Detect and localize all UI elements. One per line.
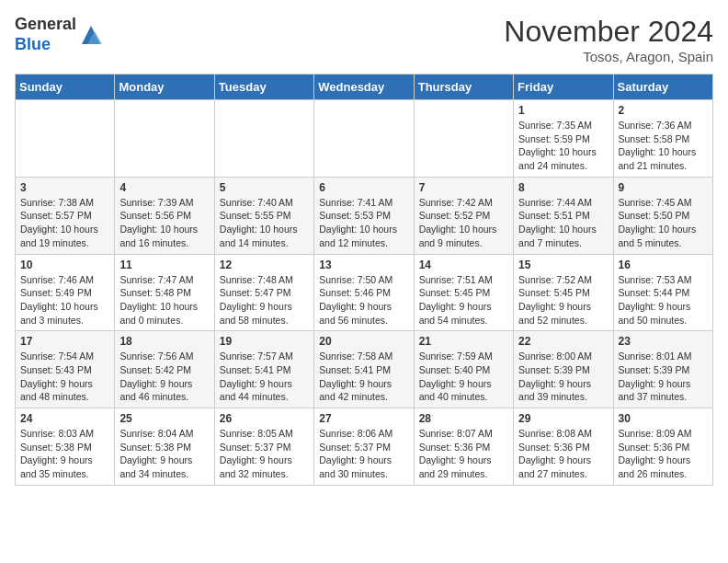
day-info: Sunset: 5:53 PM: [319, 209, 408, 223]
day-info: Daylight: 10 hours: [518, 223, 608, 236]
day-number: 21: [419, 335, 508, 348]
logo: General Blue: [15, 15, 104, 54]
week-row-4: 17Sunrise: 7:54 AMSunset: 5:43 PMDayligh…: [16, 331, 713, 408]
day-info: Sunrise: 7:40 AM: [220, 196, 309, 210]
day-info: Sunset: 5:49 PM: [20, 286, 109, 300]
day-info: Sunrise: 7:47 AM: [119, 273, 209, 287]
day-number: 10: [20, 259, 109, 271]
day-number: 5: [220, 181, 309, 194]
day-info: Daylight: 10 hours: [220, 223, 309, 236]
day-info: Daylight: 10 hours: [619, 223, 708, 236]
day-info: Daylight: 9 hours: [119, 377, 209, 391]
day-number: 23: [619, 335, 708, 348]
day-info: Daylight: 9 hours: [20, 454, 109, 467]
header-day-tuesday: Tuesday: [214, 75, 313, 100]
day-number: 18: [119, 335, 209, 348]
day-info: and 14 minutes.: [220, 236, 309, 250]
day-info: Daylight: 9 hours: [419, 377, 508, 391]
day-info: Sunrise: 7:39 AM: [119, 196, 209, 210]
day-info: Sunset: 5:55 PM: [220, 209, 309, 223]
day-info: Daylight: 9 hours: [619, 454, 708, 467]
calendar-cell: 13Sunrise: 7:50 AMSunset: 5:46 PMDayligh…: [314, 254, 414, 331]
day-number: 19: [220, 335, 309, 348]
day-info: Sunset: 5:42 PM: [119, 363, 209, 377]
header-day-thursday: Thursday: [414, 75, 513, 100]
calendar-cell: 28Sunrise: 8:07 AMSunset: 5:36 PMDayligh…: [414, 408, 513, 486]
day-info: Sunrise: 8:05 AM: [220, 427, 309, 441]
day-info: Sunset: 5:36 PM: [619, 441, 708, 454]
day-info: Sunrise: 8:04 AM: [119, 427, 209, 441]
day-info: and 12 minutes.: [319, 236, 408, 250]
calendar-cell: [314, 100, 414, 178]
day-number: 6: [319, 181, 408, 194]
day-info: Sunset: 5:56 PM: [119, 209, 209, 223]
logo-general: General: [15, 15, 76, 33]
day-info: Sunrise: 8:07 AM: [419, 427, 508, 441]
day-number: 8: [518, 181, 608, 194]
header-day-wednesday: Wednesday: [314, 75, 414, 100]
calendar-cell: [16, 100, 115, 178]
day-info: Sunset: 5:37 PM: [319, 441, 408, 454]
day-number: 14: [419, 259, 508, 271]
day-info: Sunrise: 7:48 AM: [220, 273, 309, 287]
calendar-cell: 27Sunrise: 8:06 AMSunset: 5:37 PMDayligh…: [314, 408, 414, 486]
day-info: Daylight: 10 hours: [119, 300, 209, 314]
day-number: 29: [518, 412, 608, 425]
calendar-cell: 16Sunrise: 7:53 AMSunset: 5:44 PMDayligh…: [613, 254, 712, 331]
day-info: and 35 minutes.: [20, 467, 109, 481]
day-info: Sunset: 5:43 PM: [20, 363, 109, 377]
day-info: Sunset: 5:47 PM: [220, 286, 309, 300]
day-info: Sunset: 5:59 PM: [518, 132, 608, 146]
day-info: Sunset: 5:38 PM: [20, 441, 109, 454]
header-day-monday: Monday: [115, 75, 214, 100]
day-number: 16: [619, 259, 708, 271]
day-info: and 34 minutes.: [119, 467, 209, 481]
calendar-cell: 14Sunrise: 7:51 AMSunset: 5:45 PMDayligh…: [414, 254, 513, 331]
day-info: Sunset: 5:41 PM: [220, 363, 309, 377]
day-info: Daylight: 9 hours: [518, 300, 608, 314]
day-info: Daylight: 10 hours: [20, 300, 109, 314]
day-info: Sunset: 5:36 PM: [518, 441, 608, 454]
day-number: 11: [119, 259, 209, 271]
day-number: 20: [319, 335, 408, 348]
day-number: 15: [518, 259, 608, 271]
day-info: and 44 minutes.: [220, 390, 309, 404]
logo-icon: [78, 22, 104, 48]
week-row-2: 3Sunrise: 7:38 AMSunset: 5:57 PMDaylight…: [16, 177, 713, 254]
header-day-friday: Friday: [514, 75, 613, 100]
day-info: Daylight: 9 hours: [119, 454, 209, 467]
day-info: Sunrise: 8:06 AM: [319, 427, 408, 441]
day-info: and 30 minutes.: [319, 467, 408, 481]
day-number: 27: [319, 412, 408, 425]
day-number: 30: [619, 412, 708, 425]
day-info: Sunrise: 7:57 AM: [220, 350, 309, 363]
day-number: 4: [119, 181, 209, 194]
day-info: and 32 minutes.: [220, 467, 309, 481]
day-number: 26: [220, 412, 309, 425]
day-info: and 56 minutes.: [319, 314, 408, 327]
day-info: and 7 minutes.: [518, 236, 608, 250]
day-info: and 54 minutes.: [419, 314, 508, 327]
calendar-cell: 17Sunrise: 7:54 AMSunset: 5:43 PMDayligh…: [16, 331, 115, 408]
day-number: 17: [20, 335, 109, 348]
logo-blue: Blue: [15, 35, 51, 53]
day-number: 2: [619, 104, 708, 117]
day-info: Sunset: 5:38 PM: [119, 441, 209, 454]
week-row-1: 1Sunrise: 7:35 AMSunset: 5:59 PMDaylight…: [16, 100, 713, 178]
day-info: Sunset: 5:46 PM: [319, 286, 408, 300]
day-info: and 21 minutes.: [619, 159, 708, 173]
calendar-cell: 7Sunrise: 7:42 AMSunset: 5:52 PMDaylight…: [414, 177, 513, 254]
calendar-cell: 23Sunrise: 8:01 AMSunset: 5:39 PMDayligh…: [613, 331, 712, 408]
day-info: Sunrise: 7:42 AM: [419, 196, 508, 210]
day-info: Sunrise: 7:36 AM: [619, 119, 708, 132]
day-info: Daylight: 10 hours: [119, 223, 209, 236]
day-info: Sunset: 5:39 PM: [518, 363, 608, 377]
day-info: Sunrise: 8:00 AM: [518, 350, 608, 363]
day-info: Sunrise: 7:56 AM: [119, 350, 209, 363]
day-info: Sunset: 5:36 PM: [419, 441, 508, 454]
calendar-cell: 2Sunrise: 7:36 AMSunset: 5:58 PMDaylight…: [613, 100, 712, 178]
week-row-5: 24Sunrise: 8:03 AMSunset: 5:38 PMDayligh…: [16, 408, 713, 486]
day-info: Daylight: 9 hours: [619, 377, 708, 391]
day-info: Daylight: 10 hours: [319, 223, 408, 236]
day-info: Sunrise: 7:58 AM: [319, 350, 408, 363]
